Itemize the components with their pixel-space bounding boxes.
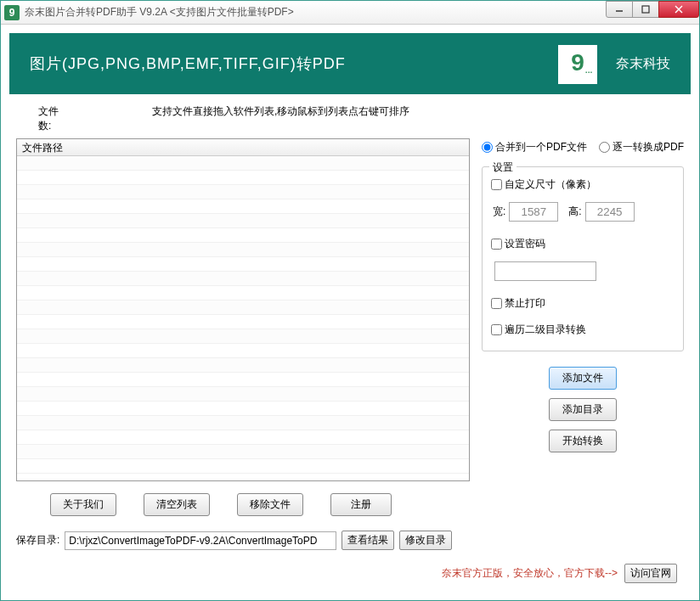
noprint-checkbox-label[interactable]: 禁止打印 [491, 296, 545, 311]
minimize-button[interactable] [606, 1, 633, 18]
file-list-column-header[interactable]: 文件路径 [17, 139, 469, 156]
settings-title: 设置 [489, 160, 517, 175]
footer: 奈末官方正版，安全放心，官方下载--> 访问官网 [16, 564, 684, 583]
noprint-checkbox[interactable] [491, 298, 502, 309]
minimize-icon [615, 5, 624, 14]
traverse-checkbox-label[interactable]: 遍历二级目录转换 [491, 323, 586, 337]
save-row: 保存目录: 查看结果 修改目录 [16, 531, 684, 550]
list-item [17, 243, 469, 257]
custom-size-checkbox-label[interactable]: 自定义尺寸（像素） [491, 177, 596, 192]
password-row: 设置密码 [491, 237, 675, 251]
left-panel: 文件路径 [16, 138, 470, 517]
custom-size-checkbox[interactable] [491, 179, 502, 190]
titlebar: 9 奈末图片合并转PDF助手 V9.2A <支持图片文件批量转PDF> [1, 1, 699, 25]
password-checkbox-label[interactable]: 设置密码 [491, 237, 545, 251]
close-icon [674, 4, 684, 14]
list-item [17, 199, 469, 214]
brand-name: 奈末科技 [616, 55, 670, 73]
radio-merge-input[interactable] [482, 142, 493, 153]
traverse-row: 遍历二级目录转换 [491, 323, 675, 337]
list-item [17, 373, 469, 387]
list-item [17, 329, 469, 344]
output-mode-group: 合并到一个PDF文件 逐一转换成PDF [482, 138, 684, 154]
width-input[interactable] [509, 202, 558, 222]
radio-each[interactable]: 逐一转换成PDF [599, 140, 684, 154]
password-input[interactable] [494, 261, 596, 281]
add-file-button[interactable]: 添加文件 [549, 367, 617, 390]
header-title: 图片(JPG,PNG,BMP,EMF,TIFF,GIF)转PDF [30, 53, 346, 74]
content-area: 文件数: 支持文件直接拖入软件列表,移动鼠标到列表点右键可排序 文件路径 [1, 94, 699, 592]
logo-nine: 9 [571, 51, 584, 75]
list-item [17, 156, 469, 171]
list-item [17, 402, 469, 416]
password-text: 设置密码 [505, 238, 545, 250]
list-item [17, 344, 469, 358]
radio-each-label: 逐一转换成PDF [612, 140, 684, 154]
custom-size-row: 自定义尺寸（像素） [491, 177, 675, 192]
height-input[interactable] [585, 202, 635, 222]
footer-text: 奈末官方正版，安全放心，官方下载--> [442, 566, 618, 581]
noprint-text: 禁止打印 [505, 297, 545, 309]
password-input-row [491, 261, 675, 281]
action-buttons: 添加文件 添加目录 开始转换 [482, 367, 684, 452]
list-item [17, 430, 469, 445]
app-window: 9 奈末图片合并转PDF助手 V9.2A <支持图片文件批量转PDF> 图片(J… [0, 0, 700, 601]
info-row: 文件数: 支持文件直接拖入软件列表,移动鼠标到列表点右键可排序 [16, 104, 684, 133]
maximize-button[interactable] [632, 1, 659, 18]
radio-each-input[interactable] [599, 142, 610, 153]
about-button[interactable]: 关于我们 [50, 493, 116, 516]
list-item [17, 272, 469, 286]
app-logo-icon: 9 [4, 5, 20, 20]
clear-list-button[interactable]: 清空列表 [144, 493, 210, 516]
logo-dots: ... [584, 62, 592, 76]
right-panel: 合并到一个PDF文件 逐一转换成PDF 设置 自定义尺寸（像素） [482, 138, 684, 517]
list-item [17, 286, 469, 300]
window-controls [607, 1, 699, 18]
list-item [17, 228, 469, 243]
list-item [17, 358, 469, 373]
traverse-text: 遍历二级目录转换 [505, 323, 586, 335]
remove-file-button[interactable]: 移除文件 [237, 493, 303, 516]
maximize-icon [641, 5, 650, 14]
radio-merge-one[interactable]: 合并到一个PDF文件 [482, 140, 587, 154]
save-path-input[interactable] [65, 531, 336, 550]
list-item [17, 387, 469, 402]
window-title: 奈末图片合并转PDF助手 V9.2A <支持图片文件批量转PDF> [25, 5, 294, 20]
list-item [17, 315, 469, 329]
height-label: 高: [568, 205, 581, 219]
visit-site-button[interactable]: 访问官网 [624, 564, 677, 583]
custom-size-text: 自定义尺寸（像素） [505, 178, 596, 190]
hint-text: 支持文件直接拖入软件列表,移动鼠标到列表点右键可排序 [67, 104, 409, 133]
brand-logo-icon: 9 ... [558, 45, 597, 84]
list-item [17, 300, 469, 315]
traverse-checkbox[interactable] [491, 324, 502, 335]
list-item [17, 445, 469, 459]
add-dir-button[interactable]: 添加目录 [549, 398, 617, 421]
list-item [17, 459, 469, 474]
register-button[interactable]: 注册 [330, 493, 392, 516]
close-button[interactable] [658, 1, 699, 18]
start-convert-button[interactable]: 开始转换 [549, 430, 617, 452]
file-count-label: 文件数: [16, 104, 67, 133]
file-list[interactable]: 文件路径 [16, 138, 470, 481]
radio-merge-label: 合并到一个PDF文件 [495, 140, 587, 154]
save-dir-label: 保存目录: [16, 533, 59, 548]
list-item [17, 171, 469, 185]
dimensions-row: 宽: 高: [491, 202, 675, 222]
bottom-button-row: 关于我们 清空列表 移除文件 注册 [16, 493, 470, 516]
list-item [17, 214, 469, 228]
change-dir-button[interactable]: 修改目录 [399, 531, 452, 550]
svg-rect-1 [642, 6, 649, 13]
settings-group: 设置 自定义尺寸（像素） 宽: 高: [482, 166, 684, 351]
password-checkbox[interactable] [491, 239, 502, 250]
noprint-row: 禁止打印 [491, 296, 675, 311]
width-label: 宽: [493, 205, 505, 219]
header-banner: 图片(JPG,PNG,BMP,EMF,TIFF,GIF)转PDF 9 ... 奈… [9, 33, 691, 94]
file-list-body [17, 156, 469, 480]
list-item [17, 257, 469, 272]
list-item [17, 185, 469, 199]
main-area: 文件路径 [16, 138, 684, 517]
view-result-button[interactable]: 查看结果 [342, 531, 394, 550]
list-item [17, 416, 469, 430]
